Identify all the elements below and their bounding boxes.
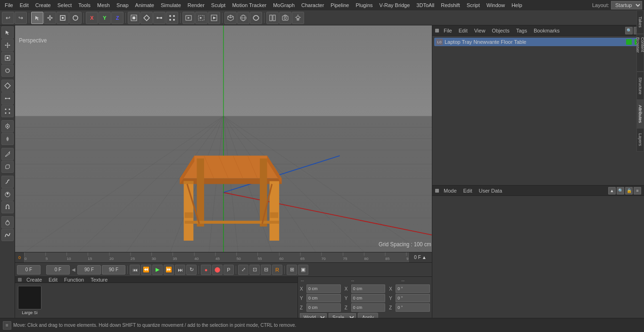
motion-path-button[interactable]: P <box>223 265 234 275</box>
menu-redshift[interactable]: Redshift <box>438 1 462 9</box>
go-to-end-button[interactable]: ⏭ <box>175 265 185 275</box>
sidebar-scale-btn[interactable] <box>1 52 14 64</box>
menu-select[interactable]: Select <box>55 1 75 9</box>
material-texture-btn[interactable]: Texture <box>89 277 109 283</box>
menu-snap[interactable]: Snap <box>114 1 132 9</box>
menu-plugins[interactable]: Plugins <box>353 1 375 9</box>
rotate-button[interactable] <box>69 12 82 24</box>
tab-layers[interactable]: Layers <box>636 128 644 152</box>
attr-filter-btn[interactable]: ≡ <box>634 187 641 194</box>
menu-mesh[interactable]: Mesh <box>94 1 113 9</box>
layout-select[interactable]: Startup <box>611 1 642 9</box>
om-bookmarks-btn[interactable]: Bookmarks <box>532 28 561 33</box>
attr-search-btn[interactable]: 🔍 <box>617 187 624 194</box>
menu-motion-tracker[interactable]: Motion Tracker <box>229 1 269 9</box>
menu-pipeline[interactable]: Pipeline <box>328 1 352 9</box>
menu-help[interactable]: Help <box>509 1 525 9</box>
render-region-button[interactable] <box>195 12 207 24</box>
z-rot-input[interactable]: 0 cm <box>351 303 386 312</box>
material-item[interactable]: Large Si <box>18 286 41 315</box>
om-tags-btn[interactable]: Tags <box>514 28 529 33</box>
attr-userdata-btn[interactable]: User Data <box>477 188 504 194</box>
menu-simulate[interactable]: Simulate <box>158 1 184 9</box>
attr-edit-btn[interactable]: Edit <box>462 188 474 194</box>
material-function-btn[interactable]: Function <box>62 277 86 283</box>
om-objects-btn[interactable]: Objects <box>490 28 511 33</box>
attr-lock-btn[interactable]: 🔒 <box>625 187 633 194</box>
sidebar-paint-btn[interactable] <box>1 188 14 201</box>
render-to-picture-button[interactable] <box>208 12 220 24</box>
edge-mode-button[interactable] <box>153 12 165 24</box>
sidebar-select-btn[interactable] <box>1 26 14 39</box>
start-frame-field[interactable]: 0 F <box>46 265 70 275</box>
grid-button[interactable]: ⊞ <box>287 265 297 275</box>
sidebar-rotate-btn[interactable] <box>1 65 14 77</box>
sidebar-snap-btn[interactable] <box>1 120 14 132</box>
y-rot-input[interactable]: 0 cm <box>351 294 386 302</box>
sidebar-move-btn[interactable] <box>1 39 14 51</box>
tab-content-browser[interactable]: Content Browser <box>636 34 644 72</box>
om-file-btn[interactable]: File <box>442 28 454 33</box>
go-to-start-button[interactable]: ⏮ <box>130 265 140 275</box>
menu-sculpt[interactable]: Sculpt <box>208 1 229 9</box>
scale-keys-button[interactable]: ⊡ <box>249 265 260 275</box>
sidebar-point-btn[interactable] <box>1 105 14 117</box>
select-model-button[interactable] <box>31 12 43 24</box>
menu-mograph[interactable]: MoGraph <box>270 1 297 9</box>
redo-button[interactable]: ↪ <box>15 12 27 24</box>
sidebar-spline-btn[interactable] <box>1 229 14 241</box>
record-autokey-button[interactable]: ⬤ <box>212 265 223 275</box>
menu-tools[interactable]: Tools <box>75 1 93 9</box>
move-button[interactable] <box>44 12 56 24</box>
material-create-btn[interactable]: Create <box>25 277 44 283</box>
sync-button[interactable]: R <box>272 265 282 275</box>
attr-pin-btn[interactable]: ▲ <box>608 187 616 194</box>
z-pos-input[interactable]: 0 cm <box>306 303 341 312</box>
step-back-button[interactable]: ⏪ <box>141 265 151 275</box>
undo-button[interactable]: ↩ <box>2 12 14 24</box>
viewport-layout-button[interactable] <box>266 12 279 24</box>
axis-y-button[interactable]: Y <box>99 12 111 24</box>
menu-create[interactable]: Create <box>33 1 54 9</box>
menu-render[interactable]: Render <box>185 1 207 9</box>
viewport-3d[interactable]: View Cameras Display Options Filter Pane… <box>15 25 432 252</box>
smooth-button[interactable] <box>250 12 262 24</box>
transform-mode-select[interactable]: Scale Move Rotate <box>329 313 356 318</box>
tab-takes[interactable]: Takes <box>636 25 644 34</box>
axis-z-button[interactable]: Z <box>111 12 124 24</box>
light-button[interactable] <box>292 12 304 24</box>
play-button[interactable]: ▶ <box>152 265 163 275</box>
x-scale-input[interactable]: 0 ° <box>396 284 430 293</box>
y-pos-input[interactable]: 0 cm <box>306 294 341 302</box>
step-forward-button[interactable]: ⏩ <box>164 265 174 275</box>
sidebar-edge-btn[interactable] <box>1 92 14 105</box>
om-edit-btn[interactable]: Edit <box>457 28 470 33</box>
tab-structure[interactable]: Structure <box>636 72 644 100</box>
sidebar-weight-btn[interactable] <box>1 216 14 228</box>
end-frame-field[interactable]: 90 F <box>77 265 101 275</box>
om-search-btn[interactable]: 🔍 <box>625 27 633 34</box>
sidebar-knife-btn[interactable] <box>1 148 14 160</box>
timeline-ruler[interactable]: 0 5 10 15 20 25 30 <box>25 252 408 262</box>
menu-file[interactable]: File <box>2 1 16 9</box>
current-frame-field[interactable]: 0 F <box>17 265 41 275</box>
material-edit-btn[interactable]: Edit <box>47 277 59 283</box>
menu-edit[interactable]: Edit <box>17 1 32 9</box>
coord-system-select[interactable]: World Object <box>300 313 327 318</box>
render-view-button[interactable] <box>182 12 195 24</box>
cube-button[interactable] <box>224 12 237 24</box>
x-rot-input[interactable]: 0 cm <box>351 284 386 293</box>
z-scale-input[interactable]: 0 ° <box>396 303 430 312</box>
om-view-btn[interactable]: View <box>472 28 487 33</box>
scale-button[interactable] <box>57 12 69 24</box>
timeline-expand-icon[interactable]: ▲ <box>422 255 427 260</box>
timeline-options-button[interactable]: ⊟ <box>261 265 271 275</box>
camera-button[interactable] <box>279 12 291 24</box>
sidebar-magnet-btn[interactable] <box>1 201 14 213</box>
sidebar-bend-btn[interactable] <box>1 176 14 188</box>
polygon-mode-button[interactable] <box>140 12 153 24</box>
tab-attributes[interactable]: Attributes <box>636 100 644 128</box>
sidebar-soft-sel-btn[interactable] <box>1 133 14 145</box>
point-mode-button[interactable] <box>166 12 178 24</box>
apply-button[interactable]: Apply <box>358 313 378 318</box>
